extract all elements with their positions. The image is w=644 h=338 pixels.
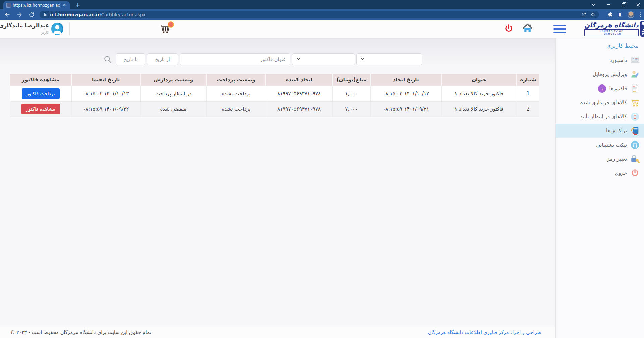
tab-search-chevron-icon[interactable] — [590, 1, 597, 8]
sidebar-item-purchased-items[interactable]: کالاهای خریداری شده — [556, 96, 644, 110]
cart-badge: ۰ — [168, 21, 174, 28]
user-block: عبدالرضا ماندگاری کاربر — [8, 22, 49, 35]
invoice-title-input[interactable] — [180, 53, 290, 65]
browser-profile-avatar[interactable] — [628, 11, 634, 18]
side-panel-icon[interactable] — [618, 12, 624, 18]
browser-tab[interactable]: https://ict.hormozgan.ac.ir/Cartib ✕ — [3, 1, 70, 9]
sidebar-toggle-icon[interactable] — [553, 25, 566, 33]
cell-process-status: منقضی شده — [140, 101, 206, 117]
chevron-down-icon — [360, 57, 365, 60]
cell-process-status: در انتظار پرداخت — [140, 86, 206, 101]
pay-invoice-button[interactable]: پرداخت فاکتور — [22, 88, 59, 99]
invoices-table: شماره عنوان تاریخ ایجاد مبلغ(تومان) ایجا… — [10, 74, 539, 117]
window-minimize-button[interactable] — [605, 1, 612, 8]
from-date-input[interactable] — [147, 53, 178, 65]
filter-select-2[interactable] — [356, 53, 422, 65]
sidebar-item-change-password[interactable]: تغییر رمز — [556, 152, 644, 166]
cell-number: 2 — [517, 101, 539, 117]
tab-title: https://ict.hormozgan.ac.ir/Cartib — [13, 3, 60, 8]
sidebar-item-dashboard[interactable]: داشبورد — [556, 53, 644, 67]
main-content: شماره عنوان تاریخ ایجاد مبلغ(تومان) ایجا… — [0, 38, 555, 338]
sidebar-item-label: تیکت پشتیبانی — [596, 142, 627, 148]
app-header: عبدالرضا ماندگاری کاربر ۰ — [0, 20, 644, 38]
url-bar[interactable]: ict.hormozgan.ac.ir/Cartible/factor.aspx — [40, 11, 599, 18]
col-process-status: وضعیت پردازش — [140, 74, 206, 86]
user-role: کاربر — [8, 30, 49, 35]
credit-link[interactable]: طراحی و اجرا: مرکز فناوری اطلاعات دانشگا… — [428, 330, 541, 335]
col-number: شماره — [517, 74, 539, 86]
sidebar-item-pending-approval[interactable]: کالاهای در انتظار تأیید — [556, 110, 644, 124]
cart-button[interactable]: ۰ — [160, 23, 172, 35]
cell-number: 1 — [517, 86, 539, 101]
col-payment-status: وضعیت پرداخت — [207, 74, 266, 86]
bookmark-star-icon[interactable] — [590, 12, 596, 17]
view-invoice-button[interactable]: مشاهده فاکتور — [21, 104, 60, 114]
url-path: /Cartible/factor.aspx — [100, 12, 145, 17]
table-row: 2 فاکتور خرید کالا تعداد ۱ ۱۴۰۱/۰۹/۲۱ ۰۸… — [10, 101, 539, 117]
sidebar-item-label: خروج — [615, 170, 627, 176]
window-close-button[interactable] — [635, 1, 641, 8]
share-icon[interactable] — [581, 12, 587, 17]
window-restore-button[interactable] — [620, 1, 627, 8]
reload-button[interactable] — [27, 10, 36, 19]
sidebar-section-title: محیط کاربری — [556, 38, 644, 51]
cell-expiry: ۱۴۰۱/۰۹/۲۲ ۰۸:۱۵:۵۹ — [71, 101, 140, 117]
cell-payment-status: پرداخت نشده — [207, 101, 266, 117]
transactions-icon — [630, 126, 640, 136]
change-password-icon — [630, 154, 640, 164]
back-button[interactable] — [3, 10, 12, 19]
sidebar-item-label: کالاهای خریداری شده — [580, 100, 627, 106]
invoices-count-badge: ۱ — [598, 84, 606, 93]
logo-persian-name: دانشگاه هرمزگان — [584, 21, 639, 29]
forward-button[interactable] — [15, 10, 24, 19]
support-ticket-icon — [630, 140, 640, 150]
sidebar-item-label: تراکنش‌ها — [606, 128, 627, 134]
sidebar-item-invoices[interactable]: فاکتورها ۱ — [556, 81, 644, 96]
cell-title: فاکتور خرید کالا تعداد ۱ — [441, 101, 517, 117]
browser-menu-icon[interactable] — [638, 12, 642, 17]
sidebar-item-support-ticket[interactable]: تیکت پشتیبانی — [556, 138, 644, 152]
sidebar-item-label: فاکتورها — [609, 86, 627, 92]
col-amount: مبلغ(تومان) — [332, 74, 371, 86]
logout-icon — [630, 168, 640, 178]
dashboard-icon — [630, 55, 640, 65]
user-avatar[interactable] — [51, 22, 64, 35]
extensions-puzzle-icon[interactable] — [607, 12, 613, 18]
sidebar-item-label: تغییر رمز — [607, 156, 627, 162]
invoices-icon — [630, 83, 640, 94]
tab-close-icon[interactable]: ✕ — [62, 3, 67, 8]
filter-select-1[interactable] — [292, 53, 355, 65]
new-tab-button[interactable]: + — [74, 2, 82, 9]
cell-action: مشاهده فاکتور — [10, 101, 71, 117]
table-header-row: شماره عنوان تاریخ ایجاد مبلغ(تومان) ایجا… — [10, 74, 539, 86]
cell-creator: ۸۱۹۹۷۰۵۶۹۳۷۱۰۹۷۸ — [266, 86, 332, 101]
cell-amount: ۱,۰۰۰ — [332, 86, 371, 101]
logo-english-name: UNIVERSITY OF HORMOZGAN — [584, 29, 639, 36]
col-expiry-date: تاریخ انقضا — [71, 74, 140, 86]
cell-expiry: ۱۴۰۱/۱۰/۱۳ ۰۸:۱۵:۰۲ — [71, 86, 140, 101]
sidebar-item-logout[interactable]: خروج — [556, 166, 644, 180]
search-icon[interactable] — [103, 55, 112, 64]
col-title: عنوان — [441, 74, 517, 86]
sidebar-item-transactions[interactable]: تراکنش‌ها — [556, 124, 644, 138]
chevron-down-icon — [296, 57, 301, 60]
cell-amount: ۷,۰۰۰ — [332, 101, 371, 117]
sidebar-item-label: ویرایش پروفایل — [593, 71, 627, 77]
url-host: ict.hormozgan.ac.ir — [50, 12, 100, 17]
home-button[interactable] — [522, 23, 533, 34]
sidebar-item-edit-profile[interactable]: ویرایش پروفایل — [556, 67, 644, 81]
cell-title: فاکتور خرید کالا تعداد ۱ — [441, 86, 517, 101]
cell-created: ۱۴۰۱/۰۹/۲۱ ۰۸:۱۵:۵۹ — [371, 101, 441, 117]
col-creator: ایجاد کننده — [266, 74, 332, 86]
university-logo[interactable]: دانشگاه هرمزگان UNIVERSITY OF HORMOZGAN — [584, 21, 644, 37]
footer: © ۲۰۲۳ - تمام حقوق این سایت برای دانشگاه… — [0, 327, 555, 338]
edit-profile-icon — [630, 69, 640, 79]
browser-toolbar: ict.hormozgan.ac.ir/Cartible/factor.aspx — [0, 9, 644, 20]
power-logout-button[interactable] — [504, 24, 514, 33]
col-view-invoice: مشاهده فاکتور — [10, 74, 71, 86]
to-date-input[interactable] — [116, 53, 145, 65]
sidebar-item-label: کالاهای در انتظار تأیید — [580, 114, 627, 120]
table-row: 1 فاکتور خرید کالا تعداد ۱ ۱۴۰۱/۱۰/۱۲ ۰۸… — [10, 86, 539, 101]
copyright-text: © ۲۰۲۳ - تمام حقوق این سایت برای دانشگاه… — [10, 330, 151, 335]
browser-tab-bar: https://ict.hormozgan.ac.ir/Cartib ✕ + — [0, 0, 644, 9]
